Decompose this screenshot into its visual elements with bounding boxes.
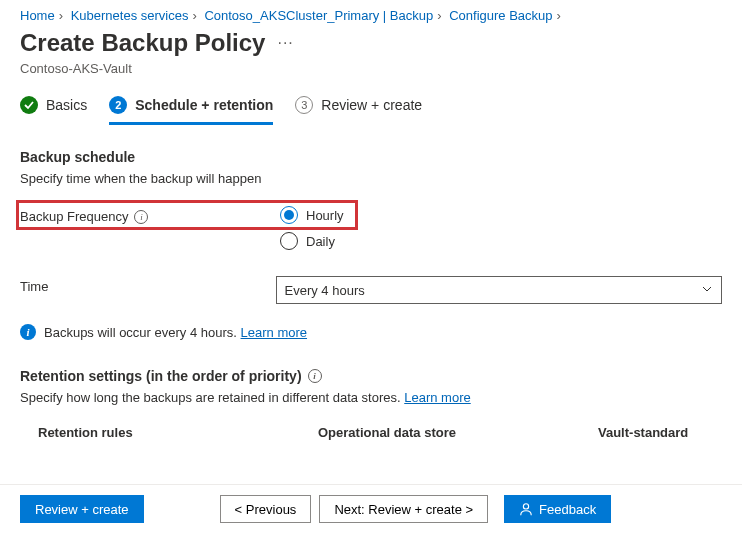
radio-label: Hourly	[306, 208, 344, 223]
crumb-cluster[interactable]: Contoso_AKSCluster_Primary | Backup	[204, 8, 433, 23]
select-value: Every 4 hours	[285, 283, 365, 298]
review-create-button[interactable]: Review + create	[20, 495, 144, 523]
feedback-button[interactable]: Feedback	[504, 495, 611, 523]
svg-point-0	[523, 504, 528, 509]
tab-review-create[interactable]: 3 Review + create	[295, 96, 422, 125]
next-button[interactable]: Next: Review + create >	[319, 495, 488, 523]
button-label: Feedback	[539, 502, 596, 517]
wizard-tabs: Basics 2 Schedule + retention 3 Review +…	[0, 96, 742, 125]
info-icon[interactable]: i	[308, 369, 322, 383]
tab-label: Schedule + retention	[135, 97, 273, 113]
radio-icon	[280, 232, 298, 250]
schedule-heading: Backup schedule	[20, 149, 722, 165]
retention-desc: Specify how long the backups are retaine…	[20, 390, 401, 405]
frequency-label: Backup Frequency	[20, 209, 128, 224]
radio-icon	[280, 206, 298, 224]
schedule-desc: Specify time when the backup will happen	[20, 171, 722, 186]
tab-schedule-retention[interactable]: 2 Schedule + retention	[109, 96, 273, 125]
col-operational: Operational data store	[318, 425, 598, 440]
page-subtitle: Contoso-AKS-Vault	[0, 61, 742, 96]
learn-more-link[interactable]: Learn more	[404, 390, 470, 405]
col-vault: Vault-standard	[598, 425, 688, 440]
tab-basics[interactable]: Basics	[20, 96, 87, 125]
info-icon: i	[20, 324, 36, 340]
frequency-hourly[interactable]: Hourly	[280, 206, 344, 224]
step-icon: 2	[109, 96, 127, 114]
frequency-daily[interactable]: Daily	[280, 232, 344, 250]
person-icon	[519, 502, 533, 516]
radio-label: Daily	[306, 234, 335, 249]
check-icon	[20, 96, 38, 114]
col-rules: Retention rules	[38, 425, 318, 440]
footer-bar: Review + create < Previous Next: Review …	[0, 484, 742, 533]
tab-label: Basics	[46, 97, 87, 113]
crumb-configure[interactable]: Configure Backup	[449, 8, 552, 23]
chevron-down-icon	[701, 283, 713, 297]
step-icon: 3	[295, 96, 313, 114]
retention-columns: Retention rules Operational data store V…	[20, 425, 722, 440]
crumb-k8s[interactable]: Kubernetes services	[71, 8, 189, 23]
more-menu[interactable]: ···	[277, 34, 293, 52]
breadcrumb: Home› Kubernetes services› Contoso_AKSCl…	[0, 0, 742, 25]
learn-more-link[interactable]: Learn more	[241, 325, 307, 340]
time-label: Time	[20, 279, 48, 294]
tab-label: Review + create	[321, 97, 422, 113]
crumb-home[interactable]: Home	[20, 8, 55, 23]
retention-heading: Retention settings (in the order of prio…	[20, 368, 302, 384]
previous-button[interactable]: < Previous	[220, 495, 312, 523]
backup-info-text: Backups will occur every 4 hours.	[44, 325, 237, 340]
time-select[interactable]: Every 4 hours	[276, 276, 722, 304]
info-icon[interactable]: i	[134, 210, 148, 224]
page-title: Create Backup Policy	[20, 29, 265, 57]
